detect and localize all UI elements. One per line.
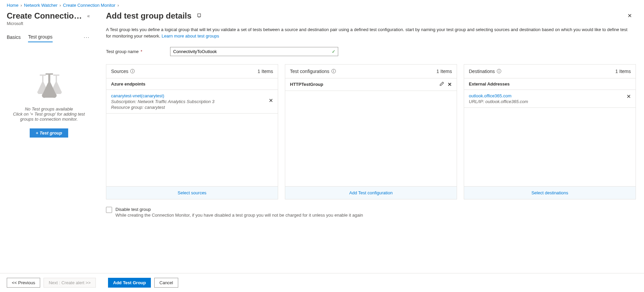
test-group-name-row: Test group name * ✓ <box>106 47 636 56</box>
edit-icon[interactable] <box>439 81 444 88</box>
cancel-button[interactable]: Cancel <box>154 278 178 288</box>
empty-state-line1: No Test groups available <box>7 106 91 112</box>
sources-title: Sources <box>111 69 128 74</box>
test-config-name: HTTPTestGroup <box>290 82 323 87</box>
empty-state: No Test groups available Click on '+ Tes… <box>7 73 91 138</box>
source-entry: canarytest-vnet(canarytest) Subscription… <box>106 90 278 114</box>
previous-button[interactable]: << Previous <box>7 278 40 288</box>
learn-more-link[interactable]: Learn more about test groups <box>162 33 219 39</box>
info-icon[interactable]: i <box>497 69 501 73</box>
source-link[interactable]: canarytest-vnet(canarytest) <box>111 93 164 98</box>
destinations-panel: Destinations i 1 Items External Addresse… <box>464 64 636 199</box>
description: A Test group lets you define a logical g… <box>106 27 633 40</box>
test-configurations-title: Test configurations <box>290 69 329 74</box>
info-icon[interactable]: i <box>130 69 135 73</box>
chevron-right-icon: › <box>59 3 61 8</box>
add-test-configuration-link[interactable]: Add Test configuration <box>349 190 393 195</box>
beaker-icon <box>7 73 91 100</box>
side-tabs: Basics Test groups ··· <box>7 32 91 42</box>
required-asterisk: * <box>139 49 142 54</box>
sources-panel: Sources i 1 Items Azure endpoints canary… <box>106 64 278 199</box>
test-group-name-input[interactable] <box>170 47 338 56</box>
select-destinations-link[interactable]: Select destinations <box>531 190 568 195</box>
check-icon: ✓ <box>332 49 336 54</box>
breadcrumb-network-watcher[interactable]: Network Watcher <box>24 3 57 8</box>
remove-test-config-icon[interactable]: ✕ <box>448 81 452 88</box>
destination-link[interactable]: outlook.office365.com <box>469 93 511 98</box>
next-button: Next : Create alert >> <box>44 278 96 288</box>
page-title: Add test group details <box>106 11 191 21</box>
empty-state-line2: Click on '+ Test group' for adding test … <box>7 112 91 122</box>
destinations-subhead: External Addresses <box>464 78 636 90</box>
svg-rect-0 <box>198 14 201 17</box>
more-icon[interactable]: ··· <box>82 33 91 41</box>
destination-detail: URL/IP: outlook.office365.com <box>469 99 528 104</box>
test-configurations-count: 1 Items <box>436 69 452 74</box>
pin-icon[interactable] <box>197 13 202 19</box>
test-group-name-label: Test group name * <box>106 49 170 54</box>
sources-count: 1 Items <box>258 69 273 74</box>
tab-basics[interactable]: Basics <box>7 32 21 42</box>
disable-hint: While creating the Connection Monitor, i… <box>115 213 363 218</box>
chevron-right-icon: › <box>21 3 22 8</box>
source-resource-group: Resource group: canarytest <box>111 105 214 110</box>
side-panel-title: Create Connection… <box>7 11 86 21</box>
close-icon[interactable]: ✕ <box>627 13 632 19</box>
info-icon[interactable]: i <box>331 69 336 73</box>
collapse-icon[interactable]: « <box>86 12 91 20</box>
bottom-bar: << Previous Next : Create alert >> Add T… <box>0 273 644 292</box>
destinations-count: 1 Items <box>615 69 631 74</box>
destination-entry: outlook.office365.com URL/IP: outlook.of… <box>464 90 636 108</box>
disable-test-group-row: Disable test group While creating the Co… <box>106 207 636 218</box>
tab-test-groups[interactable]: Test groups <box>28 32 52 42</box>
breadcrumb: Home › Network Watcher › Create Connecti… <box>0 0 644 9</box>
chevron-right-icon: › <box>117 3 119 8</box>
sources-subhead: Azure endpoints <box>106 78 278 90</box>
remove-source-icon[interactable]: ✕ <box>269 97 273 104</box>
main-blade: ✕ Add test group details A Test group le… <box>98 9 644 292</box>
remove-destination-icon[interactable]: ✕ <box>626 93 631 100</box>
side-panel-subtitle: Microsoft <box>7 21 91 26</box>
side-panel: Create Connection… « Microsoft Basics Te… <box>0 9 98 292</box>
source-subscription: Subscription: Network Traffic Analytics … <box>111 99 214 104</box>
add-test-group-submit-button[interactable]: Add Test Group <box>108 278 151 288</box>
breadcrumb-home[interactable]: Home <box>7 3 19 8</box>
breadcrumb-create-connection-monitor[interactable]: Create Connection Monitor <box>63 3 115 8</box>
test-config-row: HTTPTestGroup ✕ <box>285 78 457 91</box>
destinations-title: Destinations <box>469 69 495 74</box>
test-configurations-panel: Test configurations i 1 Items HTTPTestGr… <box>285 64 457 199</box>
add-test-group-button[interactable]: Test group <box>30 128 68 138</box>
disable-label: Disable test group <box>115 207 363 212</box>
select-sources-link[interactable]: Select sources <box>178 190 206 195</box>
disable-test-group-checkbox[interactable] <box>106 207 112 213</box>
